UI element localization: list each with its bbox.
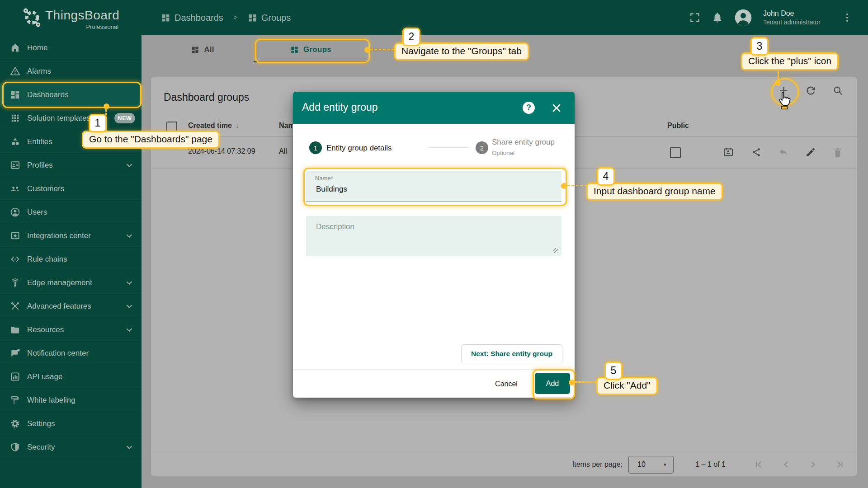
dialog-header: Add entity group ? (293, 92, 575, 124)
annotation-ring-add-button (533, 369, 575, 399)
user-name: John Doe (763, 9, 831, 19)
sidebar-item-label: Solution templates (27, 114, 90, 123)
select-caret-icon: ▼ (663, 462, 667, 467)
sidebar-item-users[interactable]: Users (0, 201, 142, 224)
previous-page-icon[interactable] (781, 459, 792, 470)
sidebar-item-label: Integrations center (27, 231, 91, 240)
tab-label: All (204, 45, 214, 54)
stepper-divider (429, 147, 468, 148)
sidebar-item-notification-center[interactable]: Notification center (0, 342, 142, 365)
notification-center-icon (10, 348, 20, 358)
edit-pencil-icon[interactable] (805, 147, 816, 158)
sort-desc-arrow: ↓ (236, 122, 239, 129)
annotation-dot (561, 183, 567, 189)
user-role: Tenant administrator (763, 18, 831, 27)
annotation-label: Go to the "Dashboards" page (82, 131, 220, 149)
annotation-dot (569, 380, 575, 385)
undo-icon[interactable] (778, 147, 789, 158)
manage-users-icon[interactable] (723, 147, 734, 158)
first-page-icon[interactable] (753, 459, 764, 470)
advanced-features-icon (10, 301, 20, 311)
chevron-down-icon (124, 231, 134, 241)
dashboards-icon (161, 13, 170, 23)
avatar[interactable] (734, 9, 752, 27)
sidebar-item-integrations-center[interactable]: Integrations center (0, 224, 142, 248)
sidebar-item-label: Users (27, 208, 47, 217)
page-title: Dashboard groups (164, 91, 249, 103)
white-labeling-icon (10, 395, 20, 405)
step-2-label[interactable]: Share entity group (492, 138, 555, 147)
fullscreen-icon[interactable] (689, 12, 701, 23)
cancel-button[interactable]: Cancel (488, 375, 524, 393)
sidebar-item-profiles[interactable]: Profiles (0, 154, 142, 177)
last-page-icon[interactable] (835, 459, 845, 470)
sidebar-item-label: Security (27, 443, 55, 452)
sidebar-item-rule-chains[interactable]: Rule chains (0, 248, 142, 271)
close-icon[interactable] (551, 102, 562, 114)
sidebar-item-label: Customers (27, 184, 64, 193)
sidebar-item-solution-templates[interactable]: Solution templates NEW (0, 107, 142, 130)
annotation-step-number: 3 (750, 37, 769, 56)
sidebar-item-security[interactable]: Security (0, 436, 142, 459)
hand-cursor-icon (777, 90, 792, 110)
column-created-time[interactable]: Created time↓ (188, 122, 239, 130)
chevron-down-icon (124, 442, 134, 452)
items-per-page-value: 10 (637, 460, 646, 469)
annotation-dot (775, 80, 781, 86)
sidebar-item-api-usage[interactable]: API usage (0, 365, 142, 389)
next-share-entity-group-button[interactable]: Next: Share entity group (461, 344, 562, 363)
sidebar-item-label: Edge management (27, 278, 92, 287)
sidebar-item-white-labeling[interactable]: White labeling (0, 389, 142, 412)
sidebar-item-edge-management[interactable]: Edge management (0, 271, 142, 295)
items-per-page-label: Items per page: (559, 460, 623, 469)
api-usage-icon (10, 371, 20, 382)
chevron-down-icon (124, 325, 134, 335)
dialog-footer-divider (293, 369, 575, 370)
dashboards-icon (191, 46, 199, 54)
public-checkbox[interactable] (670, 147, 681, 158)
annotation-step-number: 5 (604, 361, 623, 380)
tab-all[interactable]: All (151, 35, 254, 64)
home-icon (10, 42, 20, 53)
items-per-page-select[interactable]: 10 ▼ (628, 456, 674, 474)
sidebar-item-home[interactable]: Home (0, 36, 142, 60)
annotation-step-number: 1 (89, 114, 107, 132)
annotation-ring-dashboards (2, 82, 142, 108)
sidebar-item-advanced-features[interactable]: Advanced features (0, 295, 142, 318)
sidebar-item-resources[interactable]: Resources (0, 318, 142, 342)
user-info[interactable]: John Doe Tenant administrator (763, 9, 831, 27)
sidebar-item-alarms[interactable]: Alarms (0, 60, 142, 83)
kebab-menu-icon[interactable] (842, 12, 853, 23)
sidebar-item-label: Home (27, 43, 47, 52)
description-textarea[interactable] (315, 221, 552, 252)
sidebar-item-customers[interactable]: Customers (0, 177, 142, 201)
logo: ThingsBoard Professional (0, 0, 142, 36)
chevron-down-icon (124, 301, 134, 311)
breadcrumb-current[interactable]: Groups (261, 13, 291, 23)
cell-name: All (279, 147, 287, 155)
sidebar-item-settings[interactable]: Settings (0, 412, 142, 436)
annotation-step-number: 4 (597, 167, 615, 186)
annotation-label: Click "Add" (596, 377, 658, 395)
share-icon[interactable] (751, 147, 762, 158)
description-field (306, 216, 561, 256)
breadcrumb-parent[interactable]: Dashboards (175, 13, 223, 23)
resize-grip-icon[interactable] (553, 248, 558, 253)
refresh-icon[interactable] (805, 84, 817, 97)
new-badge: NEW (114, 113, 135, 123)
users-icon (10, 207, 20, 217)
search-icon[interactable] (832, 84, 844, 97)
sidebar-item-label: API usage (27, 372, 62, 381)
annotation-ring-name-input (303, 168, 567, 206)
help-icon[interactable]: ? (523, 102, 535, 114)
pagination: Items per page: 10 ▼ 1 – 1 of 1 (151, 452, 857, 476)
add-entity-group-dialog: Add entity group ? 1 Entity group detail… (293, 92, 575, 398)
notifications-bell-icon[interactable] (712, 12, 723, 23)
edge-management-icon (10, 277, 20, 288)
delete-trash-icon[interactable] (832, 147, 843, 158)
annotation-connector (575, 381, 596, 383)
dialog-title: Add entity group (302, 101, 378, 113)
next-page-icon[interactable] (807, 459, 818, 470)
step-1-label: Entity group details (326, 144, 392, 153)
screen: ThingsBoard Professional Home Alarms Das… (0, 0, 868, 488)
